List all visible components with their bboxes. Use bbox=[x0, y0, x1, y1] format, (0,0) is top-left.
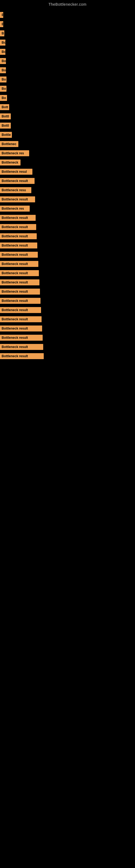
list-item: Bo bbox=[0, 38, 135, 47]
list-item: Bottlenec bbox=[0, 140, 135, 149]
bottleneck-label: Bottleneck result bbox=[0, 196, 35, 203]
list-item: Bottleneck result bbox=[0, 324, 135, 333]
bottleneck-label: Bo bbox=[0, 58, 6, 64]
bottleneck-label: Bottleneck result bbox=[0, 270, 39, 276]
list-item: Bottleneck res bbox=[0, 149, 135, 158]
bottleneck-label: Bo bbox=[0, 95, 7, 101]
list-item: Bottleneck result bbox=[0, 333, 135, 342]
list-item: Bottleneck bbox=[0, 158, 135, 167]
bottleneck-label: Bottleneck resu bbox=[0, 187, 31, 193]
list-item: Bottleneck result bbox=[0, 259, 135, 269]
list-item: Bottleneck result bbox=[0, 296, 135, 305]
bottleneck-label: Bottleneck result bbox=[0, 233, 37, 239]
bottleneck-label: Bottl bbox=[0, 123, 11, 129]
bottleneck-label: Bottlenec bbox=[0, 141, 18, 147]
bottleneck-label: Bo bbox=[0, 86, 6, 92]
bottleneck-label: B bbox=[0, 30, 4, 36]
list-item: Bottle bbox=[0, 130, 135, 140]
bottleneck-label: Bottleneck bbox=[0, 159, 20, 165]
bottleneck-label: Bo bbox=[0, 40, 5, 45]
list-item: Bottl bbox=[0, 112, 135, 121]
bottleneck-label: Bottleneck result bbox=[0, 178, 35, 184]
bottleneck-label: Bo bbox=[0, 76, 6, 83]
bottleneck-label: Bottleneck result bbox=[0, 298, 41, 304]
bottleneck-label: Bottleneck result bbox=[0, 326, 42, 332]
list-item: Bottleneck resul bbox=[0, 167, 135, 176]
list-item: Bottleneck result bbox=[0, 176, 135, 186]
list-item: Bottleneck result bbox=[0, 250, 135, 259]
list-item: Bottleneck result bbox=[0, 351, 135, 361]
list-item: Bott bbox=[0, 102, 135, 112]
bottleneck-label: Bottleneck result bbox=[0, 252, 38, 258]
bottleneck-label: Bottleneck res bbox=[0, 150, 29, 156]
list-item: Bo bbox=[0, 56, 135, 66]
list-item: Bottleneck result bbox=[0, 315, 135, 324]
list-item: Bottleneck result bbox=[0, 287, 135, 296]
bottleneck-label: Bottleneck result bbox=[0, 243, 37, 248]
list-item: Bottleneck resu bbox=[0, 186, 135, 195]
list-item: Bo bbox=[0, 47, 135, 56]
bottleneck-label: Bottleneck result bbox=[0, 224, 36, 230]
list-item: Bo bbox=[0, 75, 135, 84]
list-item: Bottleneck res bbox=[0, 204, 135, 213]
list-item: Bottleneck result bbox=[0, 342, 135, 351]
list-item: Bottleneck result bbox=[0, 305, 135, 315]
list-item: Bottleneck result bbox=[0, 269, 135, 278]
list-item: Bo bbox=[0, 66, 135, 75]
list-item: B bbox=[0, 29, 135, 38]
list-item: Bo bbox=[0, 93, 135, 102]
bottleneck-label: B bbox=[0, 12, 3, 18]
bottleneck-label: Bott bbox=[0, 104, 9, 110]
bottleneck-label: Bottle bbox=[0, 132, 12, 138]
bottleneck-label: Bottleneck res bbox=[0, 206, 30, 212]
site-title: TheBottlenecker.com bbox=[0, 0, 135, 8]
bottleneck-label: Bo bbox=[0, 67, 6, 73]
list-item: B bbox=[0, 20, 135, 29]
list-item: Bottl bbox=[0, 121, 135, 130]
list-item: Bottleneck result bbox=[0, 213, 135, 222]
bottleneck-label: Bottleneck result bbox=[0, 335, 43, 341]
list-item: B bbox=[0, 10, 135, 20]
bottleneck-label: Bottleneck result bbox=[0, 316, 42, 322]
list-item: Bo bbox=[0, 84, 135, 93]
bottleneck-label: Bottleneck result bbox=[0, 307, 41, 313]
bottleneck-label: Bottleneck result bbox=[0, 261, 38, 267]
list-item: Bottleneck result bbox=[0, 195, 135, 204]
bottleneck-label: B bbox=[0, 21, 3, 27]
bottleneck-label: Bottleneck result bbox=[0, 289, 40, 294]
list-item: Bottleneck result bbox=[0, 222, 135, 231]
bottleneck-label: Bottleneck result bbox=[0, 344, 43, 350]
list-item: Bottleneck result bbox=[0, 231, 135, 241]
bottleneck-label: Bottleneck result bbox=[0, 215, 36, 221]
list-item: Bottleneck result bbox=[0, 241, 135, 250]
list-item: Bottleneck result bbox=[0, 278, 135, 287]
bottleneck-label: Bottleneck resul bbox=[0, 169, 32, 175]
bottleneck-label: Bottleneck result bbox=[0, 279, 39, 285]
items-list: BBBBoBoBoBoBoBoBoBottBottlBottlBottleBot… bbox=[0, 8, 135, 364]
bottleneck-label: Bottl bbox=[0, 113, 11, 119]
bottleneck-label: Bottleneck result bbox=[0, 353, 44, 359]
bottleneck-label: Bo bbox=[0, 49, 5, 55]
